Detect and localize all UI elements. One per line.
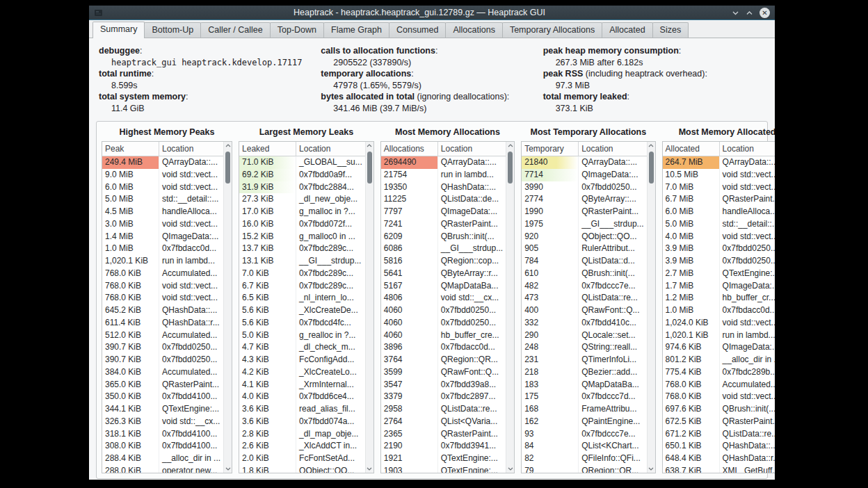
scroll-up-icon[interactable] [367,144,372,147]
table-row[interactable]: 4.3 KiBFcConfigAdd... [239,354,365,366]
table-row[interactable]: 3320x7fbdd410c... [522,317,646,330]
table-row[interactable]: 2774QByteArray::... [522,193,646,206]
table-row[interactable]: 15.2 KiBg_malloc0 in ... [239,231,365,243]
table-row[interactable]: 2694490QArrayData::... [381,156,506,169]
tab-consumed[interactable]: Consumed [389,22,446,38]
table-row[interactable]: 326.3 KiBvoid std::__cx... [102,416,223,428]
table-row[interactable]: 13.1 KiB__GI___strdup... [239,255,365,268]
scrollbar-thumb[interactable] [225,152,230,184]
table-row[interactable]: 79QRegion::QR... [522,465,646,473]
table-row[interactable]: 4.0 KiB0x7fbdd6ce4... [239,391,365,403]
table-row[interactable]: 6.7 MiBQRasterPaint... [663,193,775,206]
table-row[interactable]: 390.7 KiB0x7fbdd0250... [102,341,223,354]
table-row[interactable]: 4.0 MiBvoid std::vect... [663,231,775,243]
table-row[interactable]: 21840QArrayData::... [522,156,646,169]
table-row[interactable]: 344.1 KiBQTextEngine:... [102,403,223,416]
table-row[interactable]: 40600x7fbdd0250... [381,317,506,330]
scroll-down-icon[interactable] [367,467,372,471]
location-column-header[interactable]: Location [438,143,506,155]
table-row[interactable]: 71.0 KiB_GLOBAL__su... [239,156,365,169]
table-row[interactable]: 5641QByteArray::r... [381,268,506,280]
table-row[interactable]: 1921QTextEngine:... [381,453,506,465]
table-row[interactable]: 775.4 KiB0x7fbdc289b... [663,366,775,379]
table-row[interactable]: 5.0 KiBg_realloc in ?... [239,330,365,342]
table-row[interactable]: 784QListData::d... [522,255,646,268]
scrollbar[interactable] [647,142,655,473]
table-row[interactable]: 162QPaintEngine... [522,416,646,428]
table-row[interactable]: 3.0 MiBvoid std::vect... [102,218,223,231]
table-row[interactable]: 1.0 MiB0x7fbdacc0d... [663,304,775,317]
table-row[interactable]: 4.5 MiBhandleAlloca... [102,206,223,218]
table-row[interactable]: 2365QRasterPaint... [381,428,506,441]
table-row[interactable]: 768.0 KiBvoid std::vect... [102,280,223,293]
table-row[interactable]: 2958QListData::re... [381,403,506,416]
scroll-down-icon[interactable] [648,467,654,471]
table-row[interactable]: 672.5 KiBQRasterPaint... [663,416,775,428]
table-row[interactable]: 1.0 MiB0x7fbdacc0d... [102,243,223,255]
table-row[interactable]: 183QMapDataBa... [522,379,646,391]
table-row[interactable]: 1975__GI___strdup... [522,218,646,231]
table-row[interactable]: 264.7 MiBQArrayData::... [663,156,775,169]
table-row[interactable]: 38960x7fbdacc0d... [381,341,506,354]
table-row[interactable]: 1,024.0 KiBvoid std::vect... [663,317,775,330]
tab-bottom-up[interactable]: Bottom-Up [144,22,201,38]
table-row[interactable]: 768.0 KiBAccumulated... [102,268,223,280]
scrollbar[interactable] [506,142,514,473]
table-row[interactable]: 638.7 KiBXML_GetBuff... [663,465,775,473]
table-row[interactable]: 365.0 KiBQRasterPaint... [102,379,223,391]
table-row[interactable]: 4820x7fbdccc7e... [522,280,646,293]
table-row[interactable]: 610QBrush::init(... [522,268,646,280]
table-row[interactable]: 6.5 KiB_nl_intern_lo... [239,292,365,304]
scrollbar-thumb[interactable] [649,152,654,184]
table-row[interactable]: 21754run in lambd... [381,169,506,181]
table-row[interactable]: 648.4 KiBQHashData::r... [663,453,775,465]
table-row[interactable]: 16.0 KiB0x7fbdd072f... [239,218,365,231]
table-row[interactable]: 31.9 KiB0x7fbdc2884... [239,181,365,194]
table-row[interactable]: 697.6 KiBQBrush::init(... [663,403,775,416]
value-column-header[interactable]: Peak [102,142,159,156]
table-row[interactable]: 512.0 KiBAccumulated... [102,330,223,342]
scroll-down-icon[interactable] [508,467,513,471]
table-row[interactable]: 390.7 KiB0x7fbdd0250... [102,354,223,366]
scrollbar-thumb[interactable] [508,152,513,184]
titlebar[interactable]: Heaptrack - heaptrack.heaptrack_gui.1278… [89,6,775,20]
table-row[interactable]: 3764QRegion::QR... [381,354,506,366]
table-row[interactable]: 11225QListData::de... [381,193,506,206]
table-row[interactable]: 611.4 KiBQHashData::r... [102,317,223,330]
table-row[interactable]: 671.2 KiBQListData::re... [663,428,775,441]
table-row[interactable]: 3.9 MiB0x7fbdd0250... [663,243,775,255]
table-row[interactable]: 248QString::reall... [522,341,646,354]
table-row[interactable]: 19350QHashData::... [381,181,506,194]
table-row[interactable]: 40600x7fbdd0250... [381,304,506,317]
table-row[interactable]: 5167QMapDataBa... [381,280,506,293]
table-row[interactable]: 10.5 MiBvoid std::vect... [663,169,775,181]
value-column-header[interactable]: Allocations [381,142,438,156]
table-row[interactable]: 7241QRasterPaint... [381,218,506,231]
minimize-icon[interactable] [732,10,739,16]
table-row[interactable]: 905RulerAttribut... [522,243,646,255]
table-row[interactable]: 288.4 KiB__alloc_dir in ... [102,453,223,465]
table-row[interactable]: 1,020.1 KiBrun in lambd... [102,255,223,268]
value-column-header[interactable]: Leaked [239,142,296,156]
table-row[interactable]: 5.0 MiBstd::__detail::... [663,218,775,231]
table-row[interactable]: 2.7 MiBQTextEngine:... [663,268,775,280]
table-row[interactable]: 5.6 KiB_XlcCreateDe... [239,304,365,317]
scrollbar[interactable] [223,142,232,473]
table-row[interactable]: 249.4 MiBQArrayData::... [102,156,223,169]
table-row[interactable]: 7.0 KiB0x7fbdc289c... [239,268,365,280]
table-row[interactable]: 2.6 KiB_XlcAddCT in... [239,440,365,453]
table-row[interactable]: 39900x7fbdd0250... [522,181,646,194]
table-row[interactable]: 801.2 KiB__alloc_dir in ... [663,354,775,366]
maximize-icon[interactable] [746,10,753,16]
table-row[interactable]: 9.0 MiBvoid std::vect... [102,169,223,181]
table-row[interactable]: 7797QImageData:... [381,206,506,218]
table-row[interactable]: 3.9 MiB0x7fbdd0250... [663,255,775,268]
table-row[interactable]: 69.2 KiB0x7fbdd0a9f... [239,169,365,181]
tab-summary[interactable]: Summary [93,22,145,38]
table-row[interactable]: 4806void std::__cx... [381,292,506,304]
table-row[interactable]: 82QFileInfo::QFi... [522,453,646,465]
location-column-header[interactable]: Location [296,143,365,155]
table-row[interactable]: 308.0 KiB0x7fbdd4100... [102,440,223,453]
table-row[interactable]: 290QLocale::set... [522,330,646,342]
table-row[interactable]: 1.8 KiBQObject::QO... [239,465,365,473]
